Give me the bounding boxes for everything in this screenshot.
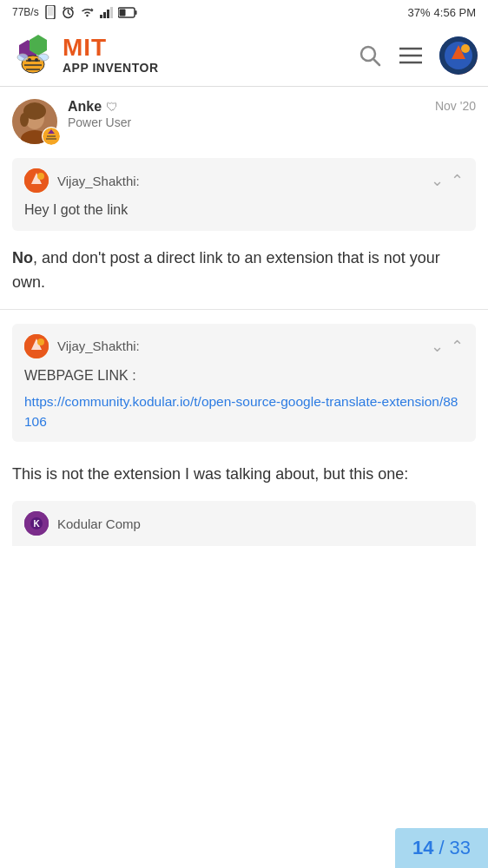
author-row: Anke 🛡 Power User Nov '20 [0, 87, 488, 153]
shield-icon: 🛡 [106, 100, 118, 114]
svg-rect-13 [135, 10, 136, 15]
svg-point-24 [28, 58, 31, 62]
bottom-quote-avatar-icon: K [24, 511, 49, 536]
divider-1 [0, 309, 488, 310]
svg-line-4 [68, 13, 70, 15]
quote-vote-icons-2[interactable]: ⌄ ⌃ [431, 337, 464, 356]
status-bar: 77B/s 37% 4:56 PM [0, 0, 488, 24]
author-badge [42, 127, 61, 146]
quote-author-area-2: Vijay_Shakthi: [24, 334, 140, 358]
post-bold-word: No [12, 249, 33, 266]
svg-line-5 [63, 7, 65, 9]
quote-block-1: Vijay_Shakthi: ⌄ ⌃ Hey I got the link [12, 158, 476, 231]
quote-webpage-label: WEBPAGE LINK : [24, 365, 464, 386]
status-info: 37% 4:56 PM [408, 6, 476, 19]
svg-point-47 [37, 173, 44, 180]
svg-point-23 [38, 54, 49, 61]
svg-rect-10 [107, 10, 109, 18]
bottom-quote-text: Kodular Comp [57, 516, 141, 531]
vote-down-icon[interactable]: ⌄ [431, 171, 444, 190]
nav-icons [358, 36, 478, 75]
signal-text: 77B/s [12, 6, 39, 18]
svg-point-38 [20, 113, 29, 127]
svg-point-22 [17, 54, 28, 61]
vote-up-icon[interactable]: ⌃ [451, 171, 464, 190]
vote-down-icon-2[interactable]: ⌄ [431, 337, 444, 356]
mit-logo-icon [10, 33, 56, 78]
svg-point-34 [461, 44, 470, 53]
status-signal: 77B/s [12, 5, 137, 19]
quote-header-1: Vijay_Shakthi: ⌄ ⌃ [24, 168, 464, 193]
logo-text: MIT APP INVENTOR [63, 35, 159, 75]
quote-author-area-1: Vijay_Shakthi: [24, 168, 140, 193]
wifi-icon [80, 7, 95, 18]
author-role: Power User [68, 115, 425, 129]
avatar-icon [439, 36, 478, 75]
svg-rect-14 [119, 9, 125, 16]
battery-icon [118, 7, 137, 18]
alarm-icon [62, 6, 75, 19]
menu-icon [399, 46, 422, 65]
status-time: 4:56 PM [434, 6, 476, 19]
quote-text-1: Hey I got the link [24, 200, 464, 220]
quote-avatar-2 [24, 334, 49, 358]
svg-rect-8 [100, 15, 102, 18]
post-container: Anke 🛡 Power User Nov '20 Vijay_Shakthi: [0, 87, 488, 546]
menu-button[interactable] [399, 46, 422, 65]
user-avatar[interactable] [439, 36, 478, 75]
svg-point-25 [35, 58, 38, 62]
pagination-bar: 14 / 33 [395, 828, 488, 868]
author-info: Anke 🛡 Power User [68, 99, 425, 129]
battery-percent: 37% [408, 6, 431, 19]
svg-point-50 [37, 339, 44, 345]
svg-rect-11 [110, 7, 113, 18]
author-avatar-wrap [12, 99, 57, 144]
quote-link[interactable]: https://community.kodular.io/t/open-sour… [24, 394, 458, 429]
quote-author-name-2: Vijay_Shakthi: [57, 339, 140, 353]
bottom-quote-avatar: K [24, 511, 49, 536]
pagination-current: 14 [412, 837, 433, 859]
quote-avatar-icon-2 [24, 334, 49, 358]
signal-bars-icon [100, 6, 113, 18]
vote-up-icon-2[interactable]: ⌃ [451, 337, 464, 356]
svg-rect-9 [103, 12, 106, 18]
post-text-1: No, and don't post a direct link to an e… [0, 243, 488, 309]
phone-icon [44, 5, 56, 19]
quote-author-name-1: Vijay_Shakthi: [57, 174, 140, 188]
author-name-row: Anke 🛡 [68, 99, 425, 115]
quote-vote-icons-1[interactable]: ⌄ ⌃ [431, 171, 464, 190]
post-text-2: This is not the extension I was talking … [0, 454, 488, 501]
search-button[interactable] [358, 43, 382, 68]
logo-appinventor: APP INVENTOR [63, 62, 159, 75]
quote-avatar-icon-1 [24, 168, 49, 193]
post-date: Nov '20 [435, 99, 476, 113]
svg-point-41 [46, 134, 56, 142]
navbar: MIT APP INVENTOR [0, 24, 488, 87]
quote-header-2: Vijay_Shakthi: ⌄ ⌃ [24, 334, 464, 358]
search-icon [358, 43, 382, 68]
pagination-total: 33 [450, 837, 471, 859]
author-badge-icon [43, 128, 60, 145]
svg-rect-1 [48, 7, 53, 16]
logo-mit: MIT [63, 35, 159, 62]
svg-point-26 [361, 47, 375, 61]
pagination-separator: / [439, 837, 444, 859]
author-name: Anke [68, 99, 102, 115]
quote-avatar-1 [24, 168, 49, 193]
svg-text:K: K [33, 519, 40, 529]
quote-block-2: Vijay_Shakthi: ⌄ ⌃ WEBPAGE LINK : https:… [12, 324, 476, 443]
post-text-content-1: , and don't post a direct link to an ext… [12, 249, 440, 291]
bottom-quote: K Kodular Comp [12, 501, 476, 546]
svg-line-6 [71, 7, 73, 9]
logo-area: MIT APP INVENTOR [10, 33, 358, 78]
svg-line-27 [374, 59, 380, 65]
